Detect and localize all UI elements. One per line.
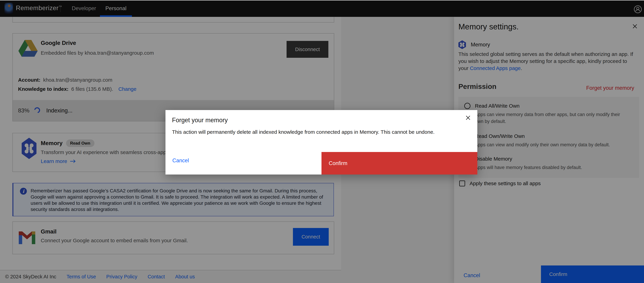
modal-body-text: This action will permanently delete all …	[172, 129, 440, 135]
forget-memory-modal: Forget your memory This action will perm…	[166, 110, 477, 175]
modal-confirm-button[interactable]: Confirm	[322, 152, 477, 175]
close-icon	[466, 115, 470, 120]
modal-cancel-button[interactable]: Cancel	[172, 158, 189, 164]
window-top-edge	[0, 0, 644, 0]
modal-close-button[interactable]	[464, 114, 472, 122]
modal-title: Forget your memory	[172, 117, 228, 124]
